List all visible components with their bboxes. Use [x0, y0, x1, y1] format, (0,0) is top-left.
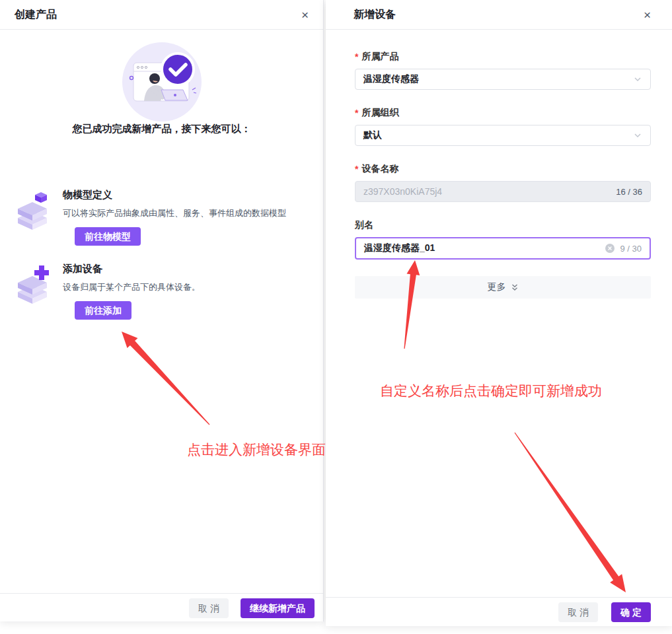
add-device-section: 添加设备 设备归属于某个产品下的具体设备。 前往添加 — [15, 262, 307, 320]
input-value: 温湿度传感器_01 — [364, 242, 605, 254]
section-description: 可以将实际产品抽象成由属性、服务、事件组成的数据模型 — [63, 207, 286, 219]
chevron-down-icon — [633, 75, 642, 84]
input-value: z397X03n0KiA75j4 — [363, 186, 611, 197]
section-title: 添加设备 — [63, 262, 200, 275]
device-name-field: * 设备名称 z397X03n0KiA75j4 16 / 36 — [355, 162, 651, 202]
create-product-header: 创建产品 × — [0, 0, 323, 30]
device-name-input: z397X03n0KiA75j4 16 / 36 — [355, 181, 651, 202]
field-label: 所属产品 — [361, 51, 398, 63]
field-label: 设备名称 — [361, 163, 398, 175]
close-icon[interactable]: × — [301, 9, 309, 21]
success-illustration — [120, 41, 206, 127]
dialog-title: 创建产品 — [15, 8, 57, 22]
confirm-button[interactable]: 确 定 — [611, 602, 651, 622]
thing-model-section: 物模型定义 可以将实际产品抽象成由属性、服务、事件组成的数据模型 前往物模型 — [15, 188, 307, 246]
alias-field: 别名 温湿度传感器_01 9 / 30 — [355, 219, 651, 260]
alias-input[interactable]: 温湿度传感器_01 9 / 30 — [355, 237, 651, 260]
goto-thing-model-button[interactable]: 前往物模型 — [75, 227, 141, 246]
organization-field: * 所属组织 默认 — [355, 106, 651, 146]
plus-icon — [34, 265, 49, 280]
required-mark: * — [355, 108, 358, 118]
more-label: 更多 — [488, 281, 506, 293]
create-product-footer: 取 消 继续新增产品 — [0, 593, 323, 622]
organization-select[interactable]: 默认 — [355, 125, 651, 146]
close-icon[interactable]: × — [644, 9, 651, 21]
dialog-title: 新增设备 — [354, 8, 396, 22]
add-device-header: 新增设备 × — [326, 0, 672, 30]
success-message: 您已成功完成新增产品，接下来您可以： — [0, 123, 323, 135]
required-mark: * — [355, 164, 358, 174]
char-counter: 16 / 36 — [616, 187, 642, 197]
section-title: 物模型定义 — [63, 188, 286, 201]
required-mark: * — [355, 52, 358, 62]
add-device-footer: 取 消 确 定 — [326, 597, 672, 626]
section-description: 设备归属于某个产品下的具体设备。 — [63, 281, 200, 293]
goto-add-device-button[interactable]: 前往添加 — [75, 301, 131, 320]
field-label: 所属组织 — [361, 107, 398, 119]
add-device-icon — [15, 265, 50, 320]
more-expander[interactable]: 更多 — [355, 276, 651, 299]
select-value: 默认 — [363, 129, 633, 141]
continue-add-product-button[interactable]: 继续新增产品 — [241, 598, 315, 618]
cancel-button[interactable]: 取 消 — [558, 602, 598, 622]
thing-model-icon — [15, 191, 50, 246]
char-counter: 9 / 30 — [620, 244, 642, 254]
create-product-dialog: 创建产品 × 您已成功完成新增 — [0, 0, 324, 621]
annotation-enter-add-device: 点击进入新增设备界面 — [187, 440, 326, 459]
annotation-confirm-success: 自定义名称后点击确定即可新增成功 — [380, 382, 602, 400]
product-field: * 所属产品 温湿度传感器 — [355, 50, 651, 90]
field-label: 别名 — [355, 219, 373, 231]
clear-icon[interactable] — [605, 244, 615, 253]
cancel-button[interactable]: 取 消 — [189, 598, 229, 618]
screen: 创建产品 × 您已成功完成新增 — [0, 0, 672, 634]
select-value: 温湿度传感器 — [363, 73, 633, 85]
chevron-down-icon — [633, 131, 642, 140]
double-chevron-down-icon — [511, 283, 519, 292]
product-select[interactable]: 温湿度传感器 — [355, 69, 651, 90]
add-device-dialog: 新增设备 × * 所属产品 温湿度传感器 * 所属组织 默认 — [326, 0, 672, 626]
